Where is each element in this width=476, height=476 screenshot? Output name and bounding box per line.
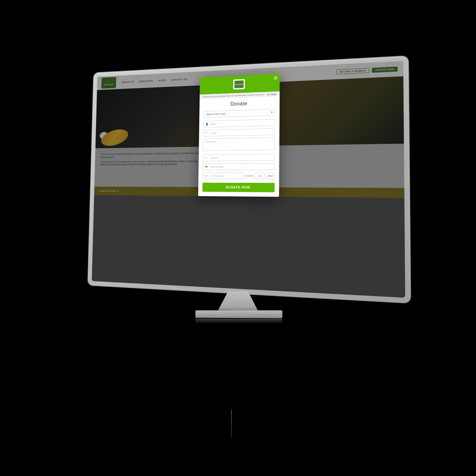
card-field-wrapper: 💳 (203, 163, 275, 170)
comment-textarea[interactable] (203, 137, 275, 151)
monitor-bezel: 🌿 ONE HUNGER ABOUT US DIRECTORY BLOG CON… (92, 61, 405, 298)
donate-submit-button[interactable]: DONATE NOW (202, 183, 275, 192)
monitor-base-reflection (195, 319, 282, 324)
card-input[interactable] (203, 163, 275, 170)
user-icon: 👤 (206, 122, 209, 125)
name-input[interactable] (203, 119, 275, 128)
monitor-wrapper: 🌿 ONE HUNGER ABOUT US DIRECTORY BLOG CON… (63, 63, 413, 413)
email-field-wrapper: ✉ (203, 128, 275, 136)
modal-logo-inner: ONE HUNGER (235, 80, 244, 88)
modal-title: Donate (204, 100, 275, 108)
expiry-month-input[interactable] (255, 172, 264, 179)
email-icon: ✉ (205, 132, 208, 135)
stripe-badge: 🔒 stripe (267, 93, 276, 96)
cvc-input[interactable] (202, 173, 244, 179)
screen: 🌿 ONE HUNGER ABOUT US DIRECTORY BLOG CON… (92, 61, 405, 298)
cvc-icon: 123 (205, 175, 208, 177)
amount-input[interactable] (203, 154, 275, 161)
expiry-year-input[interactable] (266, 172, 274, 179)
modal-body: Donate Select a Non-Profit ... ▼ 👤 (198, 96, 280, 197)
donate-modal: × ONE HUNGER Payments securely powered b… (198, 74, 280, 197)
nonprofit-select-wrapper: Select a Non-Profit ... ▼ (203, 109, 275, 118)
name-field-wrapper: 👤 (203, 119, 275, 128)
modal-close-button[interactable]: × (273, 76, 278, 80)
email-input[interactable] (203, 128, 275, 136)
modal-logo-text: ONE HUNGER (235, 83, 243, 85)
expiry-label: EXPIRY (246, 175, 254, 177)
stripe-label: stripe (270, 93, 276, 96)
monitor-body: 🌿 ONE HUNGER ABOUT US DIRECTORY BLOG CON… (88, 56, 410, 303)
cvc-field-wrapper: 123 (202, 172, 244, 179)
dollar-sign-icon: $ (205, 156, 206, 159)
monitor-cable (231, 409, 232, 438)
expiry-inputs (255, 172, 274, 179)
lock-icon: 🔒 (267, 93, 270, 96)
nonprofit-select[interactable]: Select a Non-Profit ... (203, 109, 275, 118)
modal-overlay: × ONE HUNGER Payments securely powered b… (92, 61, 405, 298)
cvc-expiry-row: 123 EXPIRY (202, 172, 274, 179)
amount-field-wrapper: $ (203, 154, 275, 161)
modal-logo: ONE HUNGER (233, 79, 245, 89)
comment-field-wrapper (203, 137, 275, 152)
modal-header: × ONE HUNGER (200, 74, 280, 95)
monitor-base (195, 310, 282, 318)
card-icon: 💳 (205, 165, 208, 168)
